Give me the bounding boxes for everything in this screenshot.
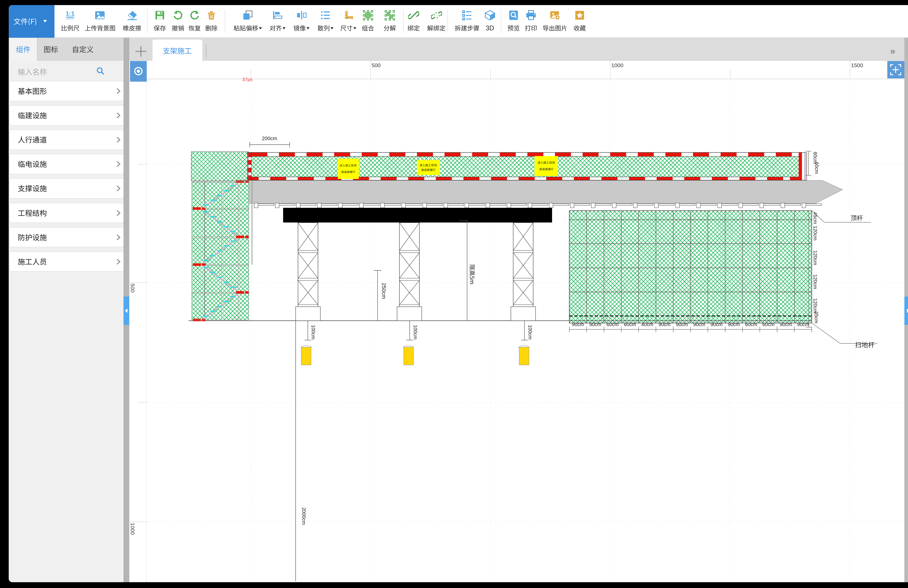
svg-text:1:1: 1:1 (66, 10, 74, 17)
